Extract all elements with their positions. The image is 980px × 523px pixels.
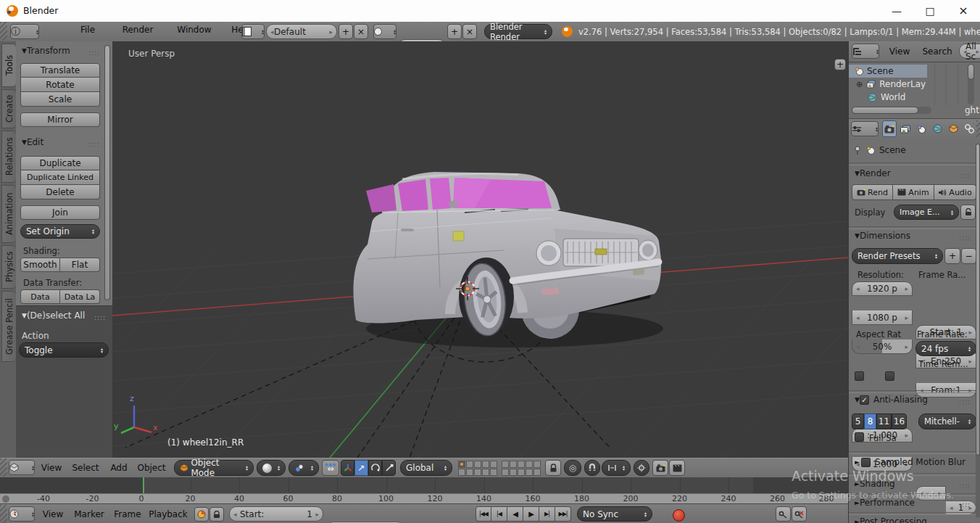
action-dropdown[interactable]: Toggle [19,342,109,358]
panel-grip-icon[interactable] [959,396,971,406]
tab-render[interactable] [882,120,897,137]
menu-view[interactable]: View [885,44,914,59]
resize-grip[interactable] [0,505,7,523]
resize-grip[interactable] [0,458,7,477]
jump-to-start-button[interactable]: |◀◀ [476,506,491,522]
next-keyframe-button[interactable]: ▶| [539,506,555,522]
resolution-y-field[interactable]: 1080 p [852,310,913,325]
autokey-lock-button[interactable] [209,507,224,522]
menu-view[interactable]: View [38,460,65,475]
proportional-edit-button[interactable]: ◎ [564,460,581,476]
aa-samples-16-button[interactable]: 16 [892,413,907,429]
editor-type-button[interactable] [9,506,35,522]
autokey-button[interactable] [194,507,209,522]
deselect-panel-header[interactable]: (De)select All [22,310,85,321]
aa-filter-dropdown[interactable]: Mitchell- [918,413,976,429]
viewport-shading-dropdown[interactable] [257,460,286,476]
render-button[interactable]: Rend [852,184,893,200]
menu-frame[interactable]: Frame [112,506,144,522]
data-layout-button[interactable]: Data La [60,289,100,304]
outliner-v-scrollbar[interactable] [968,64,974,104]
start-frame-field[interactable]: Start: 1 [229,506,323,522]
pivot-center-dropdown[interactable] [288,460,319,476]
pin-icon[interactable] [853,146,862,155]
tab-render-layers[interactable] [898,120,913,137]
scale-button[interactable]: Scale [20,92,100,107]
panel-grip-icon[interactable] [88,47,100,57]
panel-grip-icon[interactable] [88,139,100,149]
menu-view[interactable]: View [39,506,67,522]
panel-grip-icon[interactable] [959,499,971,509]
close-button[interactable]: × [947,0,980,21]
car-model[interactable] [354,172,663,347]
sampled-motion-blur-panel-header[interactable]: Sampled Motion Blur [855,457,976,467]
fps-dropdown[interactable]: 24 fps [915,341,976,356]
delete-keyframe-button[interactable] [792,506,807,522]
tab-constraints[interactable] [962,120,976,137]
antialiasing-panel-header[interactable]: Anti-Aliasing [855,395,928,405]
duplicate-linked-button[interactable]: Duplicate Linked [20,170,100,185]
render-engine-dropdown[interactable]: Blender Render [484,24,552,39]
menu-window[interactable]: Window [173,22,216,37]
tab-object[interactable] [946,120,960,137]
outliner-item-renderlayers[interactable]: ⊕ RenderLay [849,78,980,91]
editor-type-button[interactable]: ⓘ [10,24,39,39]
crop-checkbox[interactable] [885,371,894,381]
scale-manipulator-button[interactable] [382,460,396,476]
remove-scene-button[interactable]: × [462,24,477,39]
timeline-ruler[interactable]: -40-200204060801001201401601802002202402… [0,493,848,504]
manipulator-axis-button[interactable] [341,460,354,476]
play-button[interactable]: ▶ [523,506,539,522]
viewport-canvas[interactable] [112,41,848,458]
add-scene-button[interactable]: + [447,24,462,39]
play-reverse-button[interactable]: ◀ [507,506,523,522]
menu-file[interactable]: File [72,22,103,37]
display-lock-button[interactable] [960,205,976,220]
data-button[interactable]: Data [20,289,60,304]
full-sample-checkbox[interactable] [855,432,864,442]
rotate-manipulator-button[interactable] [368,460,382,476]
manipulator-toggle-button[interactable]: ●●● ⇔ [322,460,339,476]
viewport-3d[interactable]: User Persp (1) wheel12in_RR z y x + [112,41,848,458]
add-layout-button[interactable]: + [339,24,353,39]
join-button[interactable]: Join [20,205,100,220]
screen-layout-button[interactable] [241,24,265,39]
menu-search[interactable]: Search [918,44,956,59]
resolution-percent-slider[interactable]: 50% [852,339,913,354]
shade-flat-button[interactable]: Flat [60,258,100,272]
insert-keyframe-button[interactable] [776,506,791,522]
timeline-track[interactable] [0,477,848,493]
menu-marker[interactable]: Marker [71,506,107,522]
panel-grip-icon[interactable] [959,232,971,242]
outliner-item-world[interactable]: World [849,91,980,104]
opengl-render-button[interactable] [652,460,668,476]
remove-layout-button[interactable]: × [354,24,368,39]
remove-preset-button[interactable]: − [961,248,976,264]
tab-scene[interactable] [914,120,929,137]
outliner-item-scene[interactable]: Scene [849,65,927,78]
add-preset-button[interactable]: + [944,248,960,264]
tab-animation[interactable]: Animation [1,185,16,243]
snap-element-dropdown[interactable] [602,460,631,476]
performance-panel-header[interactable]: Performance [855,498,915,508]
panel-grip-icon[interactable] [959,170,971,180]
layers-group-1[interactable] [458,461,497,476]
lock-to-scene-button[interactable] [545,460,561,476]
menu-object[interactable]: Object [133,460,170,475]
set-origin-dropdown[interactable]: Set Origin [20,224,100,239]
mode-dropdown[interactable]: Object Mode [174,460,254,476]
duplicate-button[interactable]: Duplicate [20,156,100,170]
shading-panel-header[interactable]: Shading [855,479,895,489]
editor-type-button[interactable] [852,44,879,59]
shade-smooth-button[interactable]: Smooth [20,258,60,272]
display-dropdown[interactable]: Image E... [894,205,959,220]
current-frame-line[interactable] [143,477,144,493]
translate-button[interactable]: Translate [20,63,100,78]
record-button[interactable] [673,509,685,522]
tab-relations[interactable]: Relations [1,131,16,183]
display-scope-dropdown[interactable]: All Sc [959,44,980,59]
edit-panel-header[interactable]: Edit [22,137,43,147]
dimensions-panel-header[interactable]: Dimensions [855,231,910,241]
render-animation-button[interactable]: Anim [893,184,934,200]
scene-selector-button[interactable] [373,24,396,39]
